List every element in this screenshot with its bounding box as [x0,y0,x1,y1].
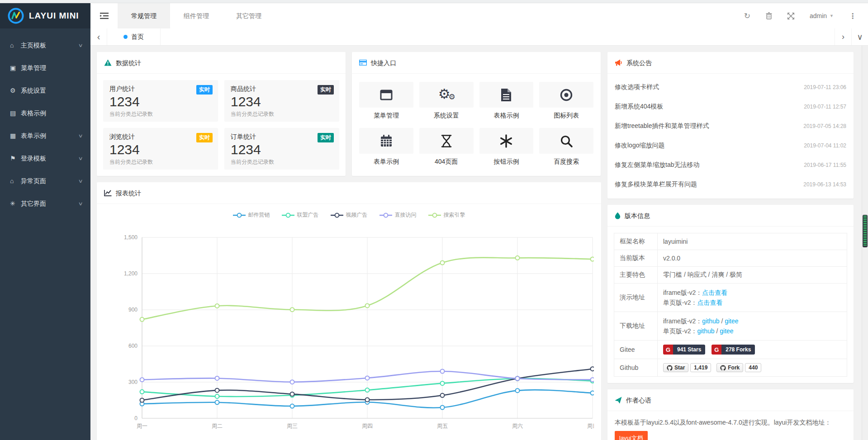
sidebar-item-home-template[interactable]: ⌂主页模板∨ [0,34,90,57]
gitee-download-link[interactable]: gitee [725,317,738,325]
github-fork-count[interactable]: 440 [745,363,761,372]
svg-text:周二: 周二 [212,423,223,429]
sidebar-menu: ⌂主页模板∨ ▣菜单管理 ⚙系统设置 ▤表格示例 ▦表单示例∨ ⚑登录模板∨ ⌂… [0,28,90,215]
topnav-tab-label: 常规管理 [131,12,157,19]
quick-item-button-examples[interactable]: 按钮示例 [479,128,534,166]
header: 常规管理 组件管理 其它管理 ↻ admin ▼ ⋮ [90,3,868,28]
sidebar-item-system-settings[interactable]: ⚙系统设置 [0,79,90,102]
quick-item-table-examples[interactable]: 表格示例 [479,82,534,120]
author-body: 本模板基于layui2.5.4以及font-awesome-4.7.0进行实现。… [607,411,854,440]
topnav-tab-general[interactable]: 常规管理 [118,3,170,28]
home-icon: ⌂ [10,170,21,192]
stat-caption: 当前分类总记录数 [231,110,333,118]
gitee-logo-icon: G [663,345,673,355]
demo-view-link[interactable]: 点击查看 [697,299,722,306]
quick-item-404-page[interactable]: 404页面 [419,128,474,166]
tab-home[interactable]: 首页 [107,28,161,45]
active-tab-dot [123,35,128,39]
topnav-tab-other[interactable]: 其它管理 [223,3,275,28]
header-actions: ↻ admin ▼ ⋮ [744,3,868,28]
sidebar-item-label: 表格示例 [21,109,46,117]
sidebar-item-form-examples[interactable]: ▦表单示例∨ [0,124,90,147]
sidebar-item-table-examples[interactable]: ▤表格示例 [0,102,90,124]
clear-cache-trash-icon[interactable] [766,12,772,19]
user-menu[interactable]: admin ▼ [810,12,834,19]
stat-box-users: 用户统计 1234 当前分类总记录数 实时 [103,80,218,122]
quick-item-baidu-search[interactable]: 百度搜索 [539,128,593,166]
app-title: LAYUI MINI [29,11,79,21]
sidebar-item-login-templates[interactable]: ⚑登录模板∨ [0,147,90,170]
tab-scroll-left-button[interactable]: ‹ [90,28,107,45]
quick-entry-card: 快捷入口 菜单管理 ⚙⚙ 系统设置 表格示例 [352,52,601,176]
download-line-prefix: iframe版-v2： [663,317,702,325]
chart-legend: 邮件营销联盟广告视频广告直接访问搜索引擎 [97,211,601,219]
github-fork-button[interactable]: Fork [716,363,743,372]
legend-marker-icon [233,213,246,218]
credit-card-icon [359,60,367,66]
legend-marker-icon [428,213,441,218]
stat-value: 1234 [231,93,333,110]
announcement-row[interactable]: 修改logo缩放问题2019-07-04 11:02 [615,136,846,155]
legend-marker-icon [331,213,343,218]
table-row: 框架名称layuimini [614,233,847,250]
legend-item[interactable]: 搜索引擎 [428,211,465,219]
legend-marker-icon [379,213,392,218]
collapse-sidebar-button[interactable] [90,3,118,28]
github-star-button[interactable]: Star [663,363,688,372]
quick-item-form-examples[interactable]: 表单示例 [359,128,413,166]
legend-item[interactable]: 邮件营销 [233,211,270,219]
announcements-card: 系统公告 修改选项卡样式2019-07-11 23:06 新增系统404模板20… [607,52,854,199]
gitee-forks-badge[interactable]: G278 Forks [711,345,755,355]
tab-scroll-right-button[interactable]: › [835,28,851,45]
gitee-logo-icon: G [711,345,721,355]
svg-text:周四: 周四 [362,423,373,429]
chevron-down-icon: ∨ [78,124,83,147]
hourglass-icon [441,134,452,148]
stat-caption: 当前分类总记录数 [231,158,333,166]
version-row-label: Github [614,359,658,377]
page-tabbar: ‹ 首页 › ∨ [90,28,868,46]
quick-item-icon-list[interactable]: 图标列表 [539,82,593,120]
quick-item-menu-management[interactable]: 菜单管理 [359,82,413,120]
tabbar-spacer [161,28,835,45]
tab-operations-dropdown[interactable]: ∨ [851,28,868,45]
announcement-row[interactable]: 新增系统404模板2019-07-11 12:57 [615,97,846,116]
quick-item-label: 百度搜索 [539,158,593,166]
logo[interactable]: LAYUI MINI [0,3,90,28]
announcement-date: 2019-07-11 12:57 [804,104,846,110]
quick-item-system-settings[interactable]: ⚙⚙ 系统设置 [419,82,474,120]
legend-item[interactable]: 直接访问 [379,211,417,219]
legend-label: 直接访问 [395,211,417,219]
layui-doc-button[interactable]: layui文档 [615,431,648,440]
gitee-stars-badge[interactable]: G941 Stars [663,345,705,355]
fullscreen-icon[interactable] [787,13,794,19]
stat-value: 1234 [109,93,212,110]
window-top-strip [0,0,868,3]
announcement-row[interactable]: 新增treetable插件和菜单管理样式2019-07-05 14:28 [615,116,846,136]
demo-view-link[interactable]: 点击查看 [702,289,727,296]
github-star-count[interactable]: 1,419 [690,363,711,372]
topnav-tab-components[interactable]: 组件管理 [170,3,223,28]
announcement-date: 2019-07-05 14:28 [803,123,846,129]
refresh-icon[interactable]: ↻ [744,11,750,21]
more-menu-icon[interactable]: ⋮ [849,12,856,20]
scrollbar-thumb[interactable] [863,215,868,247]
sidebar-item-other-ui[interactable]: ✳其它界面∨ [0,192,90,215]
author-line1: 本模板基于layui2.5.4以及font-awesome-4.7.0进行实现。… [615,416,846,428]
announcement-row[interactable]: 修复左侧菜单缩放tab无法移动2019-06-17 11:55 [615,155,846,175]
link-separator: / [720,317,725,325]
demo-line-prefix: iframe版-v2： [663,289,702,296]
legend-label: 联盟广告 [297,211,319,219]
announcement-row[interactable]: 修复多模块菜单栏展开有问题2019-06-13 14:53 [615,175,846,194]
card-title: 报表统计 [116,182,141,204]
sidebar-item-menu-management[interactable]: ▣菜单管理 [0,57,90,79]
legend-item[interactable]: 联盟广告 [282,211,319,219]
github-download-link[interactable]: github [702,317,719,325]
sidebar-item-error-pages[interactable]: ⌂异常页面∨ [0,170,90,192]
announcement-title: 修复多模块菜单栏展开有问题 [615,180,697,189]
announcement-row[interactable]: 修改选项卡样式2019-07-11 23:06 [615,77,846,97]
svg-text:1,500: 1,500 [124,234,138,241]
gitee-download-link[interactable]: gitee [720,327,733,335]
github-download-link[interactable]: github [697,327,714,335]
legend-item[interactable]: 视频广告 [331,211,368,219]
